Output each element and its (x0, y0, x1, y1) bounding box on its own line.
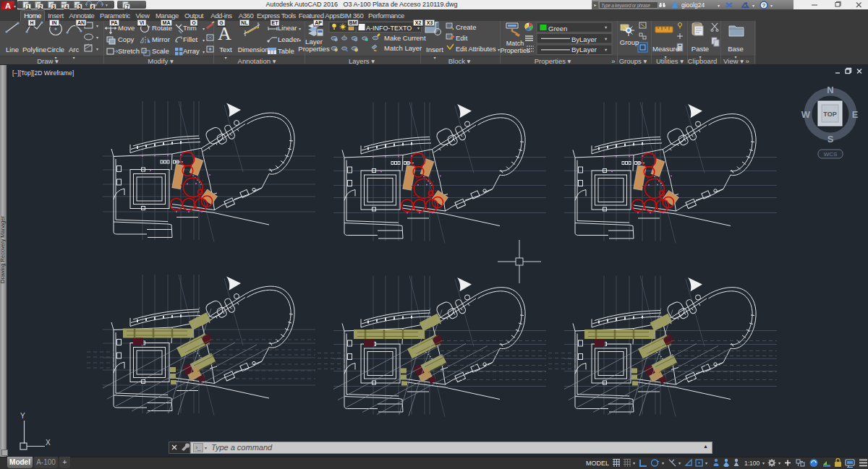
svg-text:▾: ▾ (705, 461, 707, 465)
svg-text:▾: ▾ (96, 47, 98, 51)
svg-text:▾: ▾ (662, 461, 664, 465)
svg-text:WCS: WCS (824, 151, 838, 158)
svg-text:S: S (827, 134, 834, 145)
svg-text:N: N (827, 85, 833, 95)
svg-text:▾: ▾ (96, 24, 98, 28)
svg-text:▾: ▾ (778, 461, 780, 465)
svg-text:X: X (46, 439, 51, 447)
svg-text:▾: ▾ (762, 461, 765, 465)
svg-text:TOP: TOP (823, 111, 836, 118)
svg-text:1:100: 1:100 (744, 460, 760, 467)
svg-text:▾: ▾ (678, 461, 681, 465)
svg-text:MODEL: MODEL (586, 460, 609, 467)
svg-text:Y: Y (20, 412, 25, 420)
svg-text:W: W (801, 109, 811, 120)
svg-text:▾: ▾ (633, 461, 635, 465)
svg-text:E: E (852, 109, 859, 120)
svg-text:A: A (218, 23, 231, 44)
svg-text:▾: ▾ (96, 35, 98, 40)
